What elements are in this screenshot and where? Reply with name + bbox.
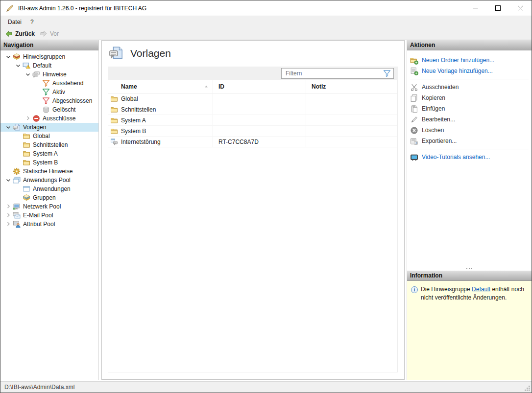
folder-add-icon [410, 56, 418, 65]
copy-icon [410, 94, 418, 102]
nav-item-global[interactable]: Global [0, 132, 98, 140]
menu-datei[interactable]: Datei [3, 16, 26, 27]
menu-help[interactable]: ? [26, 16, 38, 27]
chevron-collapsed-icon[interactable] [4, 220, 12, 228]
row-id: RT-C7CC8A7D [218, 139, 259, 145]
nav-item-label: System A [33, 150, 58, 157]
window-icon [22, 185, 30, 193]
navigation-panel: Navigation Hinweisgruppen Default Hinwei… [0, 40, 99, 380]
nav-item-ausstehend[interactable]: Ausstehend [0, 79, 98, 88]
notices-icon [32, 70, 40, 79]
information-header: Information [407, 271, 532, 281]
info-icon [411, 286, 418, 294]
column-header-id[interactable]: ID [213, 80, 306, 93]
menubar: Datei ? [0, 16, 532, 27]
back-label: Zurück [15, 30, 35, 37]
nav-item-aktiv[interactable]: Aktiv [0, 88, 98, 96]
action-neuen-ordner-hinzufuegen[interactable]: Neuen Ordner hinzufügen... [410, 55, 530, 66]
minimize-icon [473, 5, 478, 11]
app-icon [5, 4, 14, 13]
nav-item-system-a[interactable]: System A [0, 149, 98, 158]
nav-item-default[interactable]: Default [0, 61, 98, 70]
action-label: Neuen Ordner hinzufügen... [422, 57, 494, 64]
table-row[interactable]: System A [108, 115, 397, 126]
close-button[interactable] [509, 0, 532, 16]
templates-table: Name ID Notiz Global Schnittstellen Syst… [108, 80, 398, 372]
action-video-tutorials[interactable]: Video-Tutorials ansehen... [410, 152, 530, 162]
nav-item-anwendungen[interactable]: Anwendungen [0, 185, 98, 193]
table-row[interactable]: System B [108, 126, 397, 137]
tv-icon [410, 153, 418, 162]
notice-groups-icon [12, 53, 21, 61]
nav-item-netzwerk-pool[interactable]: Netzwerk Pool [0, 202, 98, 211]
nav-item-ausschluesse[interactable]: Ausschlüsse [0, 114, 98, 123]
chevron-expanded-icon[interactable] [4, 123, 12, 131]
chevron-expanded-icon[interactable] [24, 70, 32, 78]
table-row[interactable]: Internetstörung RT-C7CC8A7D [108, 137, 397, 147]
nav-item-label: Hinweise [43, 71, 67, 78]
table-row[interactable]: Schnittstellen [108, 104, 397, 115]
table-row[interactable]: Global [108, 93, 397, 104]
default-link[interactable]: Default [472, 286, 490, 293]
chevron-expanded-icon[interactable] [14, 62, 22, 69]
column-header-name[interactable]: Name [120, 80, 213, 93]
action-einfuegen[interactable]: Einfügen [410, 103, 530, 114]
nav-item-attribut-pool[interactable]: Attribut Pool [0, 220, 98, 229]
pencil-icon [410, 116, 418, 124]
nav-item-label: Vorlagen [23, 124, 46, 131]
nav-item-hinweisgruppen[interactable]: Hinweisgruppen [0, 52, 98, 61]
maximize-button[interactable] [486, 0, 509, 16]
filter-box[interactable] [281, 68, 394, 79]
nav-item-anwendungs-pool[interactable]: Anwendungs Pool [0, 176, 98, 185]
action-label: Bearbeiten... [422, 116, 455, 123]
nav-item-label: E-Mail Pool [23, 212, 53, 219]
action-exportieren[interactable]: Exportieren... [410, 136, 530, 146]
nav-item-label: Hinweisgruppen [23, 53, 65, 60]
resize-grip[interactable] [524, 385, 531, 392]
nav-item-abgeschlossen[interactable]: Abgeschlossen [0, 96, 98, 105]
row-name: Internetstörung [121, 139, 161, 145]
template-icon [12, 123, 21, 132]
chevron-expanded-icon[interactable] [4, 176, 12, 184]
chevron-collapsed-icon[interactable] [4, 203, 12, 210]
page-title: Vorlagen [130, 47, 171, 59]
actions-header: Aktionen [407, 40, 532, 50]
action-ausschneiden[interactable]: Ausschneiden [410, 82, 530, 92]
column-header-notiz[interactable]: Notiz [306, 80, 397, 93]
nav-item-hinweise[interactable]: Hinweise [0, 70, 98, 79]
back-button[interactable]: Zurück [3, 29, 38, 38]
nav-item-statische-hinweise[interactable]: Statische Hinweise [0, 167, 98, 176]
nav-item-vorlagen[interactable]: Vorlagen [0, 123, 98, 132]
action-neue-vorlage-hinzufuegen[interactable]: Neue Vorlage hinzufügen... [410, 66, 530, 76]
filter-funnel-icon[interactable] [383, 69, 391, 77]
action-label: Einfügen [422, 105, 445, 112]
nav-item-label: Aktiv [52, 89, 65, 95]
window-title: IBI-aws Admin 1.26.0 - registriert für I… [18, 5, 146, 12]
forward-button[interactable]: Vor [38, 29, 62, 38]
action-kopieren[interactable]: Kopieren [410, 92, 530, 103]
filter-input[interactable] [282, 69, 383, 78]
minimize-button[interactable] [464, 0, 486, 16]
nav-item-system-b[interactable]: System B [0, 158, 98, 167]
chevron-expanded-icon[interactable] [4, 53, 12, 61]
toolbar: Zurück Vor [0, 27, 532, 40]
windows-icon [12, 176, 21, 185]
nav-item-email-pool[interactable]: E-Mail Pool [0, 211, 98, 220]
chevron-collapsed-icon[interactable] [24, 115, 32, 122]
statusbar: D:\IBI-aws\Admin\Data.xml [0, 381, 532, 393]
network-icon [12, 203, 21, 211]
action-bearbeiten[interactable]: Bearbeiten... [410, 114, 530, 125]
nav-item-label: Ausschlüsse [43, 115, 75, 122]
nav-item-gruppen[interactable]: Gruppen [0, 193, 98, 202]
nav-item-schnittstellen[interactable]: Schnittstellen [0, 140, 98, 149]
action-loeschen[interactable]: Löschen [410, 125, 530, 136]
nav-item-geloescht[interactable]: Gelöscht [0, 105, 98, 114]
folder-icon [110, 116, 118, 124]
nav-item-label: Netzwerk Pool [23, 203, 61, 210]
back-arrow-icon [5, 30, 13, 38]
chevron-collapsed-icon[interactable] [4, 211, 12, 219]
folder-icon [22, 159, 30, 167]
action-label: Video-Tutorials ansehen... [422, 154, 490, 161]
nav-item-label: Statische Hinweise [23, 168, 73, 175]
panel-splitter[interactable] [407, 266, 532, 271]
